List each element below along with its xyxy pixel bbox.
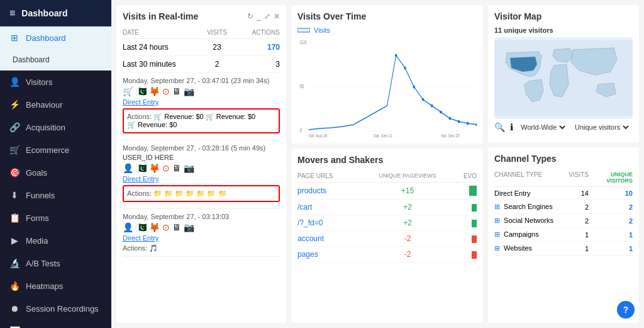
- mover-url[interactable]: /?_fd=0: [297, 218, 376, 227]
- session-date: Monday, September 27, - 03:28:16 (5 min …: [123, 144, 280, 152]
- sidebar-item-acquisition[interactable]: 🔗 Acquisition: [0, 116, 111, 139]
- world-wide-select[interactable]: World-Wide: [518, 123, 567, 132]
- sidebar-item-dashboard-sub[interactable]: Dashboard: [0, 49, 111, 71]
- evo-bar: [439, 250, 477, 259]
- behaviour-icon: ⚡: [9, 99, 19, 110]
- list-item: ⊞ Websites 1 1: [494, 242, 633, 256]
- mover-url[interactable]: products: [297, 186, 376, 195]
- svg-point-11: [431, 105, 433, 108]
- extra-icon: 📷: [184, 163, 194, 173]
- sidebar-item-funnels[interactable]: ⬇ Funnels: [0, 184, 111, 206]
- refresh-icon[interactable]: ↻: [247, 12, 253, 21]
- cart-icon: 🛒: [123, 86, 133, 96]
- expand-icon[interactable]: ⤢: [264, 12, 270, 21]
- mover-url[interactable]: account: [297, 234, 376, 243]
- expand-icon[interactable]: ⊞: [494, 217, 500, 224]
- expand-icon[interactable]: ⊞: [494, 230, 500, 238]
- extra-icon: 📷: [184, 222, 194, 232]
- help-button[interactable]: ?: [617, 301, 635, 319]
- map-container: [494, 37, 633, 119]
- actions-label: Actions:: [127, 113, 152, 120]
- sidebar-label-dashboard: Dashboard: [26, 33, 66, 43]
- row-label: Last 30 minutes: [123, 60, 198, 69]
- info-icon[interactable]: ℹ: [510, 122, 513, 132]
- revenue2: Revenue: $0: [216, 113, 255, 120]
- sidebar-item-custom-reports[interactable]: 📊 Custom Reports: [0, 320, 111, 328]
- session-entry: Monday, September 27, - 03:47:01 (23 min…: [123, 73, 280, 140]
- sidebar-label-visitors: Visitors: [26, 77, 52, 87]
- sidebar-item-abtests[interactable]: 🔬 A/B Tests: [0, 252, 111, 274]
- hamburger-icon[interactable]: ≡: [9, 8, 15, 19]
- actions-box-highlighted: Actions: 🛒 Revenue: $0 🛒 Revenue: $0 🛒 R…: [123, 108, 280, 133]
- channels-panel: Channel Types CHANNEL TYPE VISITS UNIQUE…: [488, 147, 639, 323]
- realtime-header: Visits in Real-time ↻ _ ⤢ ✕: [123, 11, 280, 21]
- mover-url[interactable]: pages: [297, 250, 376, 259]
- channel-label: ⊞ Websites: [494, 244, 557, 252]
- sidebar-item-heatmaps[interactable]: 🔥 Heatmaps: [0, 274, 111, 297]
- realtime-panel: Visits in Real-time ↻ _ ⤢ ✕ DATE VISITS …: [116, 5, 286, 323]
- actions-label: Actions:: [123, 244, 147, 252]
- svg-text:110: 110: [300, 39, 307, 45]
- svg-point-9: [413, 86, 415, 89]
- minimize-icon[interactable]: _: [257, 12, 261, 21]
- chart-icon: [297, 26, 310, 34]
- revenue3: Revenue: $0: [138, 121, 177, 128]
- heatmaps-icon: 🔥: [9, 281, 19, 291]
- session-source[interactable]: Direct Entry: [123, 98, 280, 106]
- desktop-icon: 🖥: [172, 222, 181, 232]
- col-pageviews: UNIQUE PAGEVIEWS: [376, 172, 439, 179]
- svg-text:55: 55: [300, 83, 305, 89]
- svg-rect-0: [297, 28, 310, 32]
- svg-point-10: [422, 98, 425, 101]
- realtime-table-header: DATE VISITS ACTIONS: [123, 26, 280, 39]
- sidebar-item-behaviour[interactable]: ⚡ Behaviour: [0, 93, 111, 116]
- chart-svg: 110 55 0: [297, 37, 477, 137]
- map-title: Visitor Map: [494, 11, 541, 21]
- channel-unique: 1: [589, 231, 633, 239]
- svg-text:Sat, Aug 28: Sat, Aug 28: [309, 133, 328, 137]
- close-icon[interactable]: ✕: [274, 12, 280, 21]
- person-icon: 👤: [123, 222, 133, 232]
- sidebar-item-media[interactable]: ▶ Media: [0, 229, 111, 252]
- sidebar-item-visitors[interactable]: 👤 Visitors: [0, 71, 111, 93]
- row-visits: 2: [198, 60, 236, 69]
- extra-icon: 📷: [184, 86, 194, 96]
- sidebar-item-ecommerce[interactable]: 🛒 Ecommerce: [0, 139, 111, 161]
- col-evo: EVO: [439, 172, 477, 179]
- sidebar-item-session-recordings[interactable]: ⏺ Session Recordings: [0, 297, 111, 320]
- metric-select[interactable]: Unique visitors: [572, 123, 631, 132]
- sidebar-item-forms[interactable]: 📋 Forms: [0, 206, 111, 229]
- sidebar-label-goals: Goals: [26, 168, 47, 178]
- cart-icon: 🛒: [127, 121, 138, 128]
- expand-icon[interactable]: ⊞: [494, 203, 500, 210]
- chart-header: Visits Over Time: [297, 11, 477, 21]
- sidebar-label-dashboard-sub: Dashboard: [13, 55, 50, 64]
- sidebar-item-goals[interactable]: 🎯 Goals: [0, 161, 111, 184]
- col-actions: ACTIONS: [236, 29, 280, 36]
- visits-over-time-panel: Visits Over Time Visits 110 55 0: [291, 5, 483, 144]
- zoom-out-icon[interactable]: 🔍: [494, 122, 505, 132]
- channel-unique: 2: [589, 203, 633, 211]
- svg-text:Sat, Sep 11: Sat, Sep 11: [374, 133, 392, 137]
- mover-url[interactable]: /cart: [297, 203, 376, 212]
- expand-icon[interactable]: ⊞: [494, 244, 500, 252]
- forms-icon: 📋: [9, 213, 19, 223]
- revenue1: Revenue: $0: [164, 113, 203, 120]
- svg-point-12: [440, 111, 442, 114]
- session-icons: 🛒 🇵🇰 🦊 ⊙ 🖥 📷: [123, 86, 280, 96]
- session-source[interactable]: Direct Entry: [123, 234, 280, 242]
- sidebar-label-forms: Forms: [26, 213, 49, 223]
- list-item: products +15: [297, 183, 477, 200]
- sidebar-item-dashboard[interactable]: ⊞ Dashboard: [0, 26, 111, 49]
- channels-table-header: CHANNEL TYPE VISITS UNIQUE VISITORS: [494, 169, 633, 187]
- session-recordings-icon: ⏺: [9, 303, 19, 314]
- visitors-icon: 👤: [9, 77, 19, 87]
- svg-point-13: [448, 117, 451, 120]
- session-source[interactable]: Direct Entry: [123, 175, 280, 183]
- svg-point-16: [475, 123, 477, 127]
- row-visits: 23: [198, 43, 236, 52]
- firefox-icon: 🦊: [149, 86, 160, 96]
- svg-text:Sat, Sep 25: Sat, Sep 25: [441, 133, 460, 137]
- sidebar-label-acquisition: Acquisition: [26, 123, 65, 132]
- map-header: Visitor Map: [494, 11, 633, 21]
